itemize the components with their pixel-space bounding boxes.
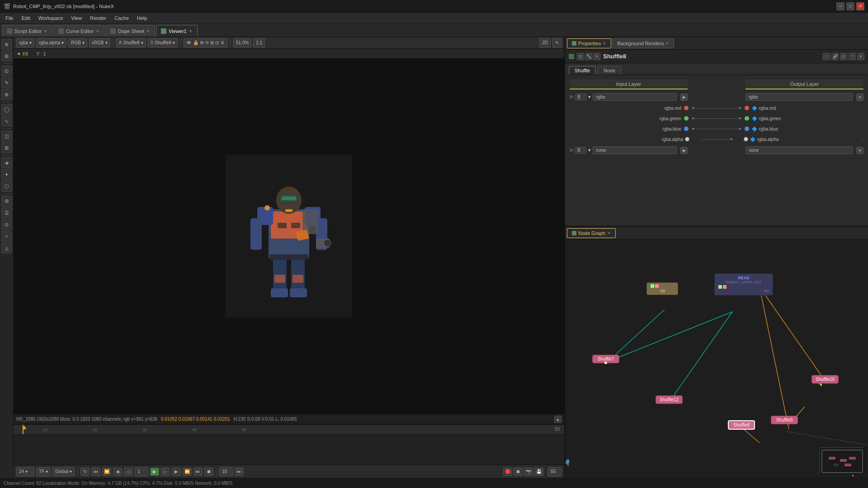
tool-settings[interactable]: ⚙ [1,196,12,206]
fps-selector[interactable]: 24 ▾ [16,467,34,476]
pause-icon[interactable]: ⏸ [220,40,225,45]
save-button[interactable]: 💾 [534,468,543,476]
prop-view-btn1[interactable]: ⊡ [577,53,584,60]
shuffle-tab[interactable]: Shuffle [569,66,596,75]
none-expand[interactable]: ▶ [680,147,688,154]
node-merge[interactable]: -50 [646,282,678,295]
frame-back-button[interactable]: ◁ [124,468,133,476]
ng-mini-map[interactable] [819,447,864,474]
node-read[interactable]: READ ROBOT_LAYER.0001 -50 [714,273,773,296]
tab-bg-renders[interactable]: Background Renders ✕ [612,38,674,48]
skip-button[interactable]: ⏭ [235,468,244,476]
step-input[interactable]: 10 [219,467,233,476]
output-expand[interactable]: ▾ [856,94,863,101]
tool-mask[interactable]: ◫ [1,131,12,141]
global-selector[interactable]: Global ▾ [52,467,75,476]
tool-roto[interactable]: ◯ [1,104,12,115]
maximize-button[interactable]: □ [846,2,854,10]
tab-dope-sheet[interactable]: Dope Sheet ✕ [105,25,155,37]
prev-button[interactable]: ⏪ [102,468,111,476]
close-properties[interactable]: ✕ [603,41,606,46]
settings-icon[interactable]: ⚙ [200,40,204,45]
loop-button[interactable]: ↻ [80,468,90,476]
play-button[interactable]: ▶ [150,468,159,476]
draw-button[interactable]: ✎ [552,38,561,47]
tab-close-dope[interactable]: ✕ [146,29,150,33]
step-back-button[interactable]: ◀ [113,468,122,476]
step-forward-button[interactable]: ▶ [172,468,181,476]
prop-view-btn2[interactable]: 🔧 [585,53,592,60]
tool-bezier[interactable]: ∿ [1,116,12,127]
tool-grid[interactable]: ⊞ [1,142,12,153]
tool-transform[interactable]: ⊞ [1,51,12,61]
timeline-track[interactable] [14,435,564,465]
rgba-selector[interactable]: rgba ▾ [16,38,34,47]
node-tab[interactable]: Node [598,66,621,75]
srgb-selector[interactable]: sRGB ▾ [89,38,110,47]
record-start-button[interactable]: 🔴 [503,468,512,476]
tf-selector[interactable]: TF ▾ [36,467,51,476]
b-select[interactable]: B [575,94,586,100]
shuffle-a-selector[interactable]: A Shuffle8 ▾ [116,38,146,47]
node-shuffle10[interactable]: Shuffle10 [811,375,839,384]
prop-view-btn3[interactable]: ✎ [593,53,600,60]
play-forward-button[interactable]: ▷ [161,468,170,476]
camera-button[interactable]: 📷 [524,468,533,476]
node-color-indicator[interactable] [569,54,574,59]
tool-misc2[interactable]: ⊙ [1,219,12,230]
node-graph-canvas[interactable]: -50 READ ROBOT_LAYER.0001 -50 Shuffle7 [565,239,868,478]
prop-icon-1[interactable]: □ [823,53,830,60]
tool-paint[interactable]: ✎ [1,77,12,88]
prop-icon-3[interactable]: ⊡ [840,53,847,60]
tab-node-graph[interactable]: Node Graph ✕ [567,228,616,238]
end-frame-display[interactable]: 50 [548,467,561,476]
prop-icon-5[interactable]: ✕ [857,53,864,60]
menu-view[interactable]: View [68,14,86,22]
tab-close-curve[interactable]: ✕ [96,29,99,33]
tool-crop[interactable]: ⊡ [1,66,12,76]
tab-properties[interactable]: Properties ✕ [567,38,611,48]
sync-icon[interactable]: ⟳ [205,40,209,45]
stop-button[interactable]: ⏹ [204,468,213,476]
lock-icon[interactable]: 🔒 [193,40,198,45]
menu-help[interactable]: Help [133,14,151,22]
tool-misc3[interactable]: ✧ [1,231,12,242]
prop-icon-2[interactable]: 🔗 [831,53,839,60]
menu-edit[interactable]: Edit [18,14,34,22]
frame-input[interactable]: 1 [135,467,148,476]
zoom-display[interactable]: 51.0% [233,38,251,47]
tool-geo[interactable]: ⬡ [1,181,12,192]
tab-close-viewer1[interactable]: ✕ [189,29,193,33]
end-button[interactable]: ⏭ [193,468,203,476]
b2-select[interactable]: B [575,147,586,154]
2d-button[interactable]: 2D [539,38,551,47]
next-button[interactable]: ⏩ [183,468,192,476]
layer-select[interactable]: rgba [593,93,677,101]
tool-misc4[interactable]: ◬ [1,243,12,253]
tool-pointer[interactable]: ⊕ [1,39,12,50]
menu-render[interactable]: Render [86,14,110,22]
start-button[interactable]: ⏮ [91,468,100,476]
node-shuffle7[interactable]: Shuffle7 [592,355,619,363]
split-icon[interactable]: ⊞ [210,40,214,45]
menu-cache[interactable]: Cache [111,14,132,22]
layer-expand[interactable]: ▶ [680,94,688,101]
none-out-select[interactable]: none [745,146,853,154]
close-node-graph[interactable]: ✕ [607,231,611,235]
tab-viewer1[interactable]: Viewer1 ✕ [156,25,198,37]
tab-curve-editor[interactable]: Curve Editor ✕ [53,25,104,37]
ratio-display[interactable]: 1:1 [253,38,265,47]
none-select[interactable]: none [593,146,677,154]
shuffle-b-selector[interactable]: B Shuffle8 ▾ [148,38,178,47]
rgb-selector[interactable]: RGB ▾ [68,38,87,47]
menu-workspace[interactable]: Workspace [35,14,67,22]
close-button[interactable]: ✕ [856,2,864,10]
tool-node[interactable]: ◈ [1,157,12,168]
zoom-fit-icon[interactable]: ⊡ [215,40,219,45]
menu-file[interactable]: File [2,14,17,22]
node-shuffle12[interactable]: Shuffle12 [656,395,683,404]
minimize-button[interactable]: ─ [836,2,844,10]
output-layer-select[interactable]: rgba [745,93,853,101]
alpha-selector[interactable]: rgba.alpha ▾ [36,38,66,47]
tool-misc1[interactable]: ☰ [1,207,12,218]
